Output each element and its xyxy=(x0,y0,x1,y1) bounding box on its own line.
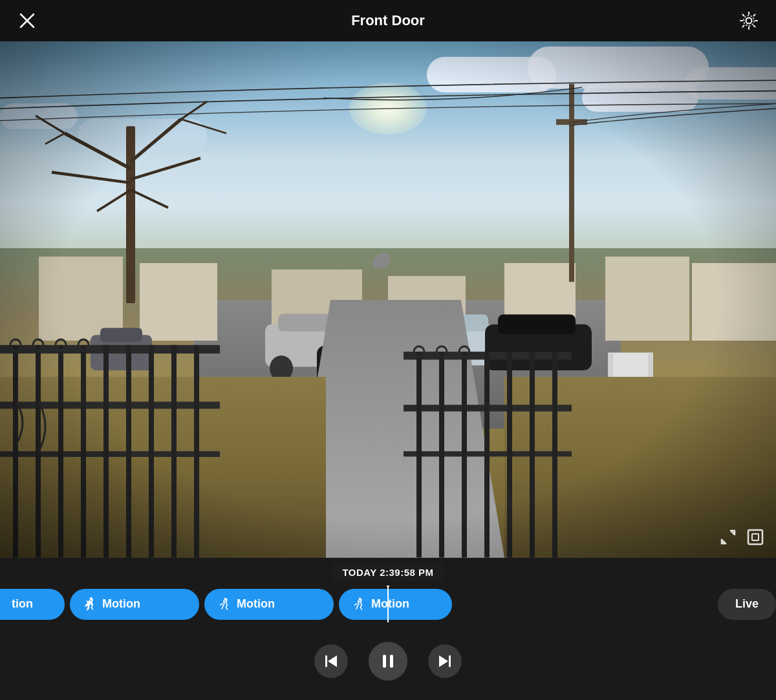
video-player xyxy=(0,41,776,558)
video-cloud xyxy=(78,119,207,151)
pause-button[interactable] xyxy=(369,642,407,681)
svg-point-3 xyxy=(744,16,754,26)
prev-icon xyxy=(324,654,338,668)
fullscreen-button[interactable] xyxy=(745,527,766,547)
video-cloud xyxy=(0,103,78,129)
video-building xyxy=(605,257,689,341)
live-label: Live xyxy=(735,597,759,611)
next-icon xyxy=(438,654,452,668)
video-grass-left xyxy=(0,377,326,558)
svg-rect-72 xyxy=(390,655,393,668)
corner-controls xyxy=(718,527,766,547)
svg-point-2 xyxy=(746,18,752,24)
settings-button[interactable] xyxy=(737,9,760,32)
svg-point-67 xyxy=(90,597,92,600)
svg-rect-70 xyxy=(325,655,327,667)
video-building xyxy=(140,263,217,341)
svg-point-68 xyxy=(224,597,227,600)
pause-icon xyxy=(380,653,396,670)
fullscreen-icon xyxy=(746,528,764,546)
svg-rect-65 xyxy=(752,534,759,540)
motion-event-partial[interactable]: tion xyxy=(0,589,65,620)
video-sun xyxy=(349,83,427,134)
timeline-needle xyxy=(387,586,389,622)
expand-button[interactable] xyxy=(718,527,738,547)
video-building xyxy=(39,257,123,341)
svg-rect-71 xyxy=(383,655,386,668)
close-button[interactable] xyxy=(16,9,39,32)
motion-label-partial: tion xyxy=(12,597,33,611)
motion-event-2[interactable]: Motion xyxy=(204,589,334,620)
prev-button[interactable] xyxy=(314,644,348,678)
motion-label-2: Motion xyxy=(237,597,275,611)
motion-icon-1 xyxy=(81,597,97,612)
motion-event-1[interactable]: Motion xyxy=(70,589,199,620)
timeline-track[interactable]: tion Motion xyxy=(0,586,776,622)
video-building xyxy=(692,263,776,341)
motion-icon-3 xyxy=(350,597,366,612)
svg-rect-64 xyxy=(748,530,762,544)
motion-label-3: Motion xyxy=(371,597,409,611)
gear-icon xyxy=(739,11,759,30)
live-button[interactable]: Live xyxy=(718,589,776,620)
header: Front Door xyxy=(0,0,776,41)
video-cloud xyxy=(685,67,776,100)
video-building xyxy=(504,263,576,341)
expand-icon xyxy=(719,528,737,546)
motion-event-3[interactable]: Motion xyxy=(339,589,452,620)
video-cloud xyxy=(582,83,698,112)
playback-controls xyxy=(0,642,776,681)
svg-point-69 xyxy=(359,597,361,600)
page-title: Front Door xyxy=(351,12,425,29)
svg-rect-73 xyxy=(449,655,451,667)
motion-label-1: Motion xyxy=(102,597,140,611)
timeline-area: TODAY 2:39:58 PM tion xyxy=(0,558,776,622)
motion-icon-2 xyxy=(216,597,232,612)
close-icon xyxy=(18,12,36,30)
timestamp-badge: TODAY 2:39:58 PM xyxy=(332,563,444,582)
next-button[interactable] xyxy=(428,644,462,678)
